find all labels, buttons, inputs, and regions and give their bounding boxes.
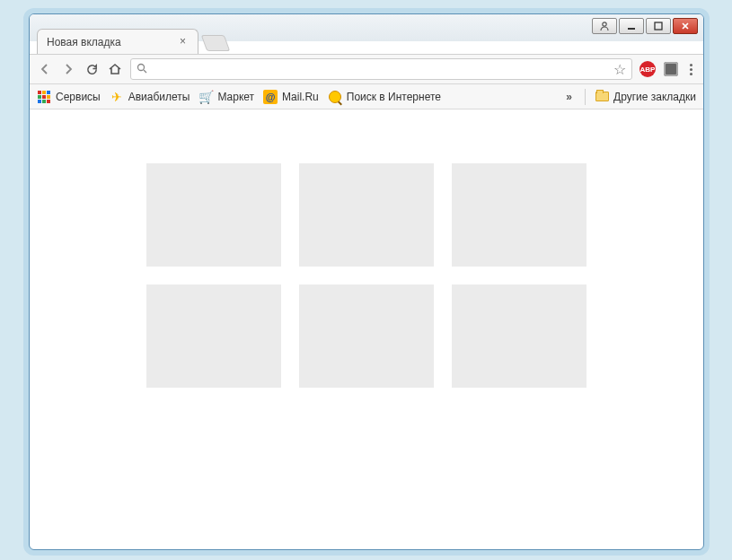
bookmark-websearch[interactable]: Поиск в Интернете bbox=[328, 90, 441, 104]
bookmark-flights[interactable]: ✈ Авиабилеты bbox=[110, 90, 190, 104]
svg-rect-2 bbox=[655, 22, 662, 30]
url-input[interactable] bbox=[153, 60, 608, 78]
bookmark-mailru[interactable]: @ Mail.Ru bbox=[263, 90, 319, 104]
bookmarks-bar: Сервисы ✈ Авиабилеты 🛒 Маркет @ Mail.Ru … bbox=[30, 84, 703, 109]
bookmark-other-folder[interactable]: Другие закладки bbox=[595, 90, 696, 104]
bookmark-label: Маркет bbox=[217, 91, 254, 103]
site-tile[interactable] bbox=[146, 284, 281, 388]
bookmark-market[interactable]: 🛒 Маркет bbox=[198, 90, 254, 104]
user-menu-button[interactable] bbox=[592, 18, 617, 34]
site-tile[interactable] bbox=[452, 163, 586, 267]
browser-tab[interactable]: Новая вкладка × bbox=[37, 29, 198, 54]
magnifier-icon bbox=[328, 90, 342, 104]
cart-icon: 🛒 bbox=[198, 90, 213, 104]
close-tab-icon[interactable]: × bbox=[180, 36, 190, 47]
bookmark-star-icon[interactable]: ☆ bbox=[613, 61, 626, 78]
plane-icon: ✈ bbox=[110, 90, 124, 104]
bookmark-label: Поиск в Интернете bbox=[347, 91, 441, 103]
site-tile[interactable] bbox=[146, 163, 281, 267]
forward-button[interactable] bbox=[60, 61, 76, 77]
minimize-button[interactable] bbox=[619, 18, 644, 34]
bookmark-label: Сервисы bbox=[56, 91, 101, 103]
toolbar: ☆ ABP bbox=[30, 54, 703, 84]
separator bbox=[585, 89, 586, 105]
back-button[interactable] bbox=[37, 61, 53, 77]
apps-grid-icon bbox=[37, 90, 51, 104]
folder-icon bbox=[595, 90, 609, 104]
abp-badge: ABP bbox=[639, 61, 656, 77]
bookmark-label: Другие закладки bbox=[613, 91, 696, 103]
new-tab-button[interactable] bbox=[201, 35, 231, 51]
address-bar[interactable]: ☆ bbox=[130, 58, 632, 80]
site-tile[interactable] bbox=[299, 163, 434, 267]
close-window-button[interactable] bbox=[673, 18, 698, 34]
new-tab-content bbox=[30, 109, 703, 388]
mailru-icon: @ bbox=[263, 90, 278, 104]
adblock-extension-icon[interactable]: ABP bbox=[639, 61, 656, 77]
tab-bar: Новая вкладка × bbox=[37, 27, 227, 54]
browser-menu-button[interactable] bbox=[686, 64, 696, 75]
reload-button[interactable] bbox=[84, 61, 100, 77]
bookmark-label: Mail.Ru bbox=[282, 91, 319, 103]
svg-point-0 bbox=[603, 22, 606, 26]
search-icon bbox=[137, 63, 147, 76]
evernote-extension-icon[interactable] bbox=[663, 61, 679, 77]
svg-point-3 bbox=[138, 64, 145, 70]
bookmarks-overflow-button[interactable]: » bbox=[562, 91, 576, 103]
bookmark-apps[interactable]: Сервисы bbox=[37, 90, 101, 104]
most-visited-grid bbox=[146, 163, 586, 388]
maximize-button[interactable] bbox=[646, 18, 671, 34]
site-tile[interactable] bbox=[452, 284, 586, 388]
home-button[interactable] bbox=[107, 61, 123, 77]
site-tile[interactable] bbox=[299, 284, 434, 388]
svg-rect-1 bbox=[628, 28, 635, 30]
bookmark-label: Авиабилеты bbox=[128, 91, 190, 103]
tab-title: Новая вкладка bbox=[47, 36, 121, 48]
